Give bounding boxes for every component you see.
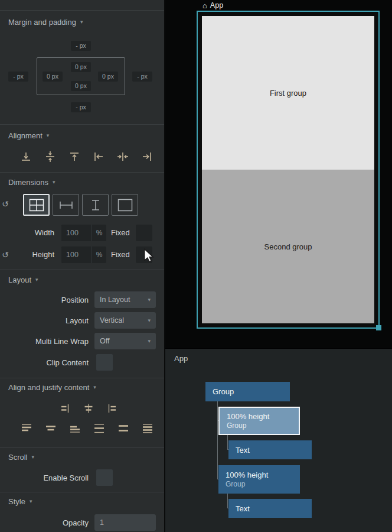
padding-bottom-field[interactable]: 0 px	[71, 81, 91, 91]
width-label: Width	[24, 228, 54, 237]
clip-content-checkbox[interactable]	[96, 354, 113, 371]
position-value: In Layout	[100, 296, 130, 304]
divider	[0, 10, 164, 11]
multi-line-wrap-value: Off	[100, 337, 109, 345]
chevron-down-icon: ▾	[93, 385, 96, 390]
second-group-region[interactable]: Second group	[202, 170, 374, 323]
app-frame-content: First group Second group	[202, 16, 374, 323]
height-label: Height	[21, 250, 54, 259]
section-alignment-title: Alignment	[8, 131, 43, 140]
tree-node-text-2[interactable]: Text	[228, 499, 312, 518]
app-frame[interactable]: First group Second group	[197, 11, 380, 329]
tree-node-label: Text	[236, 504, 312, 513]
width-input[interactable]	[61, 225, 92, 241]
breadcrumb-app-label: App	[210, 1, 223, 9]
align-content-space-around-icon[interactable]	[117, 422, 130, 435]
reset-size-icon[interactable]: ↺	[2, 200, 9, 208]
width-fixed-label: Fixed	[111, 228, 132, 237]
tree-connector	[217, 401, 218, 479]
size-mode-fixed-button[interactable]	[112, 194, 138, 216]
divider	[0, 124, 164, 125]
width-fixed-checkbox[interactable]	[136, 225, 152, 241]
position-dropdown[interactable]: In Layout ▾	[94, 291, 156, 308]
chevron-down-icon: ▾	[47, 133, 50, 138]
section-dimensions-title: Dimensions	[8, 178, 48, 187]
align-right-icon[interactable]	[141, 150, 153, 163]
tree-node-group-2[interactable]: 100% height Group	[218, 465, 300, 494]
align-content-center-icon[interactable]	[44, 422, 57, 435]
reset-height-icon[interactable]: ↺	[2, 251, 9, 259]
section-layout-header[interactable]: Layout ▾	[8, 275, 38, 284]
align-vertical-center-icon[interactable]	[44, 150, 57, 163]
align-content-start-icon[interactable]	[20, 422, 33, 435]
tree-node-label: Group	[213, 387, 290, 396]
multi-line-wrap-dropdown[interactable]: Off ▾	[94, 333, 156, 349]
enable-scroll-checkbox[interactable]	[96, 469, 113, 486]
section-style-title: Style	[8, 497, 25, 506]
canvas-area[interactable]: ⌂ App First group Second group	[165, 0, 392, 348]
tree-node-sublabel: Group	[227, 421, 299, 430]
app-root: Margin and padding ▾ - px 0 px 0 px 0 px…	[0, 0, 392, 532]
section-alignment-header[interactable]: Alignment ▾	[8, 131, 49, 140]
chevron-down-icon: ▾	[148, 318, 151, 323]
layout-dropdown[interactable]: Vertical ▾	[94, 312, 156, 329]
size-mode-height-button[interactable]	[82, 194, 109, 216]
breadcrumb[interactable]: ⌂ App	[202, 1, 223, 10]
align-bottom-icon[interactable]	[19, 150, 32, 163]
padding-left-field[interactable]: 0 px	[43, 72, 63, 82]
tree-node-group[interactable]: Group	[205, 382, 290, 401]
home-icon: ⌂	[202, 2, 207, 9]
section-dimensions-header[interactable]: Dimensions ▾	[8, 178, 55, 187]
section-layout-title: Layout	[8, 275, 31, 284]
padding-top-field[interactable]: 0 px	[71, 62, 91, 72]
divider	[0, 270, 164, 270]
margin-top-field[interactable]: - px	[71, 41, 91, 51]
align-top-icon[interactable]	[68, 150, 81, 163]
section-style-header[interactable]: Style ▾	[8, 497, 32, 506]
hierarchy-root-label[interactable]: App	[174, 354, 188, 363]
tree-connector	[227, 435, 228, 450]
justify-content-end-icon[interactable]	[58, 402, 71, 415]
tree-node-sublabel: Group	[226, 480, 300, 488]
section-align-justify-header[interactable]: Align and justify content ▾	[8, 383, 96, 392]
section-scroll-header[interactable]: Scroll ▾	[8, 453, 34, 462]
height-input[interactable]	[61, 246, 92, 263]
opacity-input[interactable]	[94, 514, 156, 531]
divider	[0, 447, 164, 448]
tree-node-group-selected[interactable]: 100% height Group	[218, 407, 300, 435]
chevron-down-icon: ▾	[148, 339, 151, 344]
align-content-end-icon[interactable]	[68, 422, 81, 435]
height-fixed-label: Fixed	[111, 250, 132, 259]
tree-node-label: 100% height	[227, 412, 299, 421]
height-unit: %	[92, 246, 106, 263]
width-unit: %	[92, 225, 106, 241]
align-content-space-between-icon[interactable]	[93, 422, 106, 435]
justify-content-center-icon[interactable]	[82, 402, 95, 415]
size-mode-stretch-button[interactable]	[23, 194, 50, 216]
section-align-justify-title: Align and justify content	[8, 383, 89, 392]
margin-bottom-field[interactable]: - px	[71, 102, 91, 112]
chevron-down-icon: ▾	[53, 180, 55, 185]
padding-right-field[interactable]: 0 px	[98, 72, 118, 82]
frame-resize-handle[interactable]	[376, 325, 381, 330]
hierarchy-panel: App Group 100% height Group Text 100% he…	[165, 348, 392, 532]
second-group-label: Second group	[264, 242, 312, 251]
first-group-label: First group	[270, 89, 306, 98]
align-left-icon[interactable]	[92, 150, 105, 163]
margin-right-field[interactable]: - px	[132, 72, 152, 82]
justify-content-start-icon[interactable]	[106, 402, 119, 415]
chevron-down-icon: ▾	[80, 20, 83, 25]
mouse-cursor	[143, 248, 154, 264]
tree-node-text[interactable]: Text	[228, 440, 312, 459]
opacity-label: Opacity	[35, 518, 89, 527]
align-horizontal-center-icon[interactable]	[116, 150, 129, 163]
chevron-down-icon: ▾	[30, 499, 32, 504]
tree-node-label: Text	[236, 446, 312, 455]
clip-content-label: Clip Content	[35, 358, 89, 367]
margin-left-field[interactable]: - px	[8, 72, 28, 82]
size-mode-width-button[interactable]	[53, 194, 79, 216]
section-margin-padding-header[interactable]: Margin and padding ▾	[8, 18, 83, 27]
align-content-stretch-icon[interactable]	[141, 422, 154, 435]
first-group-region[interactable]: First group	[202, 16, 374, 170]
position-label: Position	[35, 296, 89, 304]
